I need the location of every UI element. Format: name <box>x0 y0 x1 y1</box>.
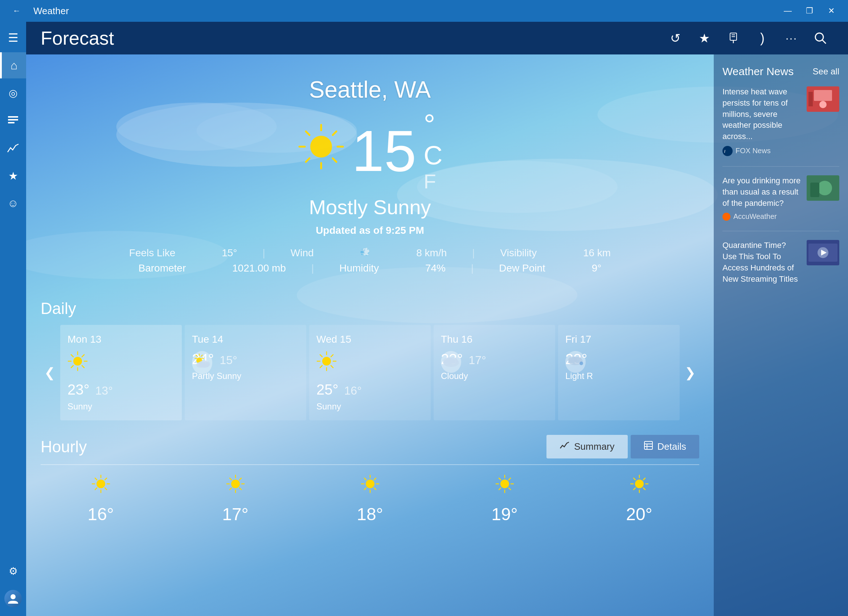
svg-line-33 <box>82 365 84 368</box>
pin-button[interactable] <box>720 25 746 51</box>
svg-rect-113 <box>814 90 832 101</box>
hourly-icon-4 <box>629 474 649 499</box>
svg-line-53 <box>320 365 322 368</box>
hourly-icon-2 <box>360 474 380 499</box>
day-card-2[interactable]: Wed 15 <box>309 325 431 420</box>
back-button[interactable]: ← <box>6 0 28 22</box>
news-item-1[interactable]: Are you drinking more than usual as a re… <box>722 175 839 221</box>
day-icon-3 <box>441 351 461 373</box>
details-tab[interactable]: Details <box>631 435 699 459</box>
svg-line-25 <box>333 131 337 135</box>
daily-section: Daily ❮ Mon 13 <box>26 289 714 427</box>
hourly-temp-4: 20° <box>626 504 652 524</box>
svg-line-9 <box>822 40 826 43</box>
favorite-button[interactable]: ★ <box>691 25 718 51</box>
minimize-button[interactable]: — <box>777 0 799 22</box>
details-icon <box>644 441 653 453</box>
sidebar-item-menu[interactable]: ☰ <box>0 25 26 51</box>
day-name-4: Fri 17 <box>565 334 672 345</box>
sidebar-item-favorites[interactable]: ★ <box>0 163 26 189</box>
day-condition-1: Partly Sunny <box>192 371 299 381</box>
day-temps-2: 25° 16° <box>316 381 424 398</box>
sidebar: ☰ ⌂ ◎ ★ ☺ ⚙ <box>0 22 26 616</box>
daily-title: Daily <box>41 300 699 318</box>
svg-point-44 <box>202 362 209 367</box>
svg-line-71 <box>105 488 107 490</box>
hourly-cards: 16° <box>41 474 699 524</box>
wind-label: Wind <box>291 247 314 259</box>
news-item-0[interactable]: Intense heat wave persists for tens of m… <box>722 86 839 156</box>
weather-layout: Seattle, WA <box>26 55 848 616</box>
close-button[interactable]: ✕ <box>820 0 842 22</box>
daily-cards: Mon 13 <box>59 325 681 420</box>
svg-point-74 <box>231 479 240 488</box>
svg-line-41 <box>201 355 203 356</box>
svg-rect-2 <box>8 122 15 123</box>
main-layout: ☰ ⌂ ◎ ★ ☺ ⚙ <box>0 22 848 616</box>
day-icon-2 <box>316 351 424 376</box>
hourly-temp-2: 18° <box>357 504 383 524</box>
svg-point-101 <box>635 479 644 488</box>
svg-point-92 <box>500 479 509 488</box>
svg-line-32 <box>71 355 73 357</box>
hourly-icon-3 <box>495 474 515 499</box>
see-all-link[interactable]: See all <box>813 67 839 77</box>
news-divider-1 <box>722 231 839 231</box>
hourly-temp-3: 19° <box>491 504 518 524</box>
dew-point-value: 9° <box>592 263 602 274</box>
day-card-1[interactable]: Tue 14 <box>185 325 306 420</box>
hourly-header: Hourly Summary <box>41 435 699 459</box>
hourly-card-0: 16° <box>41 474 161 524</box>
svg-line-24 <box>333 158 337 162</box>
sidebar-item-settings[interactable]: ⚙ <box>0 558 26 584</box>
sidebar-item-lifestyle[interactable]: ☺ <box>0 190 26 216</box>
sidebar-item-avatar[interactable] <box>0 585 26 612</box>
news-item-2[interactable]: Quarantine Time? Use This Tool To Access… <box>722 240 839 288</box>
svg-line-82 <box>230 488 231 490</box>
day-card-0[interactable]: Mon 13 <box>60 325 182 420</box>
day-card-4[interactable]: Fri 17 <box>558 325 680 420</box>
svg-rect-6 <box>731 36 735 37</box>
svg-line-97 <box>499 478 501 480</box>
window-controls: — ❐ ✕ <box>777 0 842 22</box>
weather-details-row1: Feels Like 15° | Wind 💨 8 km/h | Visibil… <box>26 247 714 259</box>
unit-fahrenheit[interactable]: F <box>424 171 436 191</box>
svg-point-56 <box>449 357 458 364</box>
sidebar-item-historical[interactable] <box>0 135 26 161</box>
unit-celsius[interactable]: C <box>424 142 442 168</box>
search-button[interactable] <box>807 25 833 51</box>
svg-line-40 <box>196 355 197 356</box>
sidebar-item-news[interactable] <box>0 107 26 134</box>
maximize-button[interactable]: ❐ <box>799 0 820 22</box>
svg-point-8 <box>815 33 823 41</box>
svg-line-34 <box>82 355 84 357</box>
news-thumb-1 <box>806 175 839 201</box>
svg-line-35 <box>71 365 73 368</box>
day-condition-2: Sunny <box>316 401 424 412</box>
day-name-1: Tue 14 <box>192 334 299 345</box>
summary-tab[interactable]: Summary <box>547 435 627 459</box>
svg-line-52 <box>331 355 333 357</box>
svg-rect-118 <box>810 183 819 197</box>
accu-weather-icon <box>722 213 731 221</box>
sidebar-item-home[interactable]: ⌂ <box>0 52 26 79</box>
daily-scroll: ❮ Mon 13 <box>41 325 699 420</box>
scroll-right-button[interactable]: ❯ <box>681 344 699 402</box>
temperature-value: 15 <box>352 122 417 180</box>
svg-line-72 <box>105 478 107 480</box>
hourly-divider <box>41 464 699 465</box>
scroll-left-button[interactable]: ❮ <box>41 344 59 402</box>
day-icon-1 <box>192 351 212 374</box>
sidebar-item-radar[interactable]: ◎ <box>0 80 26 106</box>
more-button[interactable]: ··· <box>778 25 805 51</box>
svg-line-99 <box>509 478 510 480</box>
svg-line-50 <box>320 355 322 357</box>
day-card-3[interactable]: Thu 16 23° <box>434 325 555 420</box>
visibility-value: 16 km <box>583 247 611 259</box>
refresh-button[interactable]: ↺ <box>662 25 688 51</box>
day-high-2: 25° <box>316 381 338 398</box>
day-icon-4 <box>565 351 586 373</box>
svg-line-89 <box>374 488 376 490</box>
night-mode-button[interactable]: ) <box>749 25 775 51</box>
svg-point-117 <box>817 181 832 195</box>
